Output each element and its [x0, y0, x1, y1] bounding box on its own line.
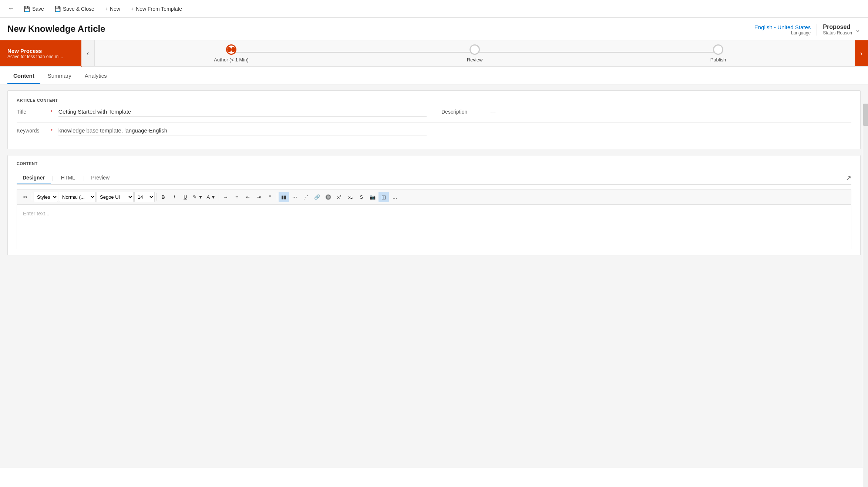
- more-button[interactable]: …: [390, 192, 400, 202]
- process-step-review[interactable]: Review: [353, 44, 596, 63]
- new-template-button[interactable]: + New From Template: [126, 4, 186, 14]
- step-label-review: Review: [467, 57, 483, 63]
- align-center-button[interactable]: ⋯: [290, 192, 300, 202]
- new-icon: +: [105, 6, 108, 12]
- tab-summary[interactable]: Summary: [42, 68, 77, 84]
- description-field-group: Description ---: [441, 108, 851, 116]
- editor-tab-sep1: |: [51, 175, 55, 181]
- step-label-publish: Publish: [710, 57, 726, 63]
- title-label: Title: [17, 109, 46, 115]
- bold-button[interactable]: B: [158, 192, 168, 202]
- title-required: *: [51, 110, 53, 115]
- scrollbar-thumb[interactable]: [863, 104, 868, 126]
- description-value[interactable]: ---: [490, 108, 496, 116]
- article-content-card: ARTICLE CONTENT Title * Getting Started …: [7, 90, 861, 149]
- toolbar-sep2: [156, 193, 157, 201]
- scrollbar-track[interactable]: [863, 104, 868, 468]
- indent-button[interactable]: ⇥: [254, 192, 264, 202]
- keywords-label: Keywords: [17, 128, 46, 134]
- status-section[interactable]: Proposed Status Reason ⌄: [817, 24, 861, 36]
- chevron-down-icon: ⌄: [855, 26, 861, 34]
- align-full-button[interactable]: ▮▮: [279, 192, 289, 202]
- keywords-value[interactable]: knowledge base template, language-Englis…: [58, 127, 427, 135]
- title-field-group: Title * Getting Started with Template: [17, 108, 427, 117]
- font-color-button[interactable]: A ▼: [205, 192, 217, 202]
- tab-analytics[interactable]: Analytics: [79, 68, 113, 84]
- save-button[interactable]: 💾 Save: [19, 4, 48, 14]
- underline-button[interactable]: U: [180, 192, 191, 202]
- toolbar-sep1: [32, 193, 32, 201]
- expand-button[interactable]: ↗: [846, 174, 851, 182]
- bullet-list-button[interactable]: ≡: [232, 192, 242, 202]
- language-label[interactable]: English - United States: [754, 24, 811, 30]
- keywords-row: Keywords * knowledge base template, lang…: [17, 127, 851, 141]
- save-icon: 💾: [24, 6, 30, 12]
- editor-tab-designer[interactable]: Designer: [17, 172, 51, 184]
- step-circle-author: [226, 44, 236, 55]
- status-text: Proposed: [823, 24, 852, 30]
- toolbar-sep4: [277, 193, 277, 201]
- language-sublabel: Language: [754, 30, 811, 36]
- blockquote-button[interactable]: “: [265, 192, 275, 202]
- process-name: New Process: [7, 48, 75, 54]
- keywords-field-group: Keywords * knowledge base template, lang…: [17, 127, 427, 135]
- content-section-title: CONTENT: [17, 161, 851, 166]
- back-button[interactable]: ←: [4, 2, 18, 16]
- step-circle-publish: [713, 44, 723, 55]
- format-brush-button[interactable]: ✂: [20, 192, 30, 202]
- process-step-author[interactable]: Author (< 1 Min): [110, 44, 353, 63]
- editor-toolbar: ✂ Styles Normal (... Segoe UI 14 B I U ✎…: [17, 189, 851, 205]
- process-steps: Author (< 1 Min) Review Publish: [95, 40, 855, 66]
- description-label: Description: [441, 109, 486, 115]
- format-select[interactable]: Normal (...: [59, 192, 96, 202]
- font-select[interactable]: Segoe UI: [97, 192, 134, 202]
- language-section[interactable]: English - United States Language: [754, 24, 817, 36]
- status-sublabel: Status Reason: [823, 30, 852, 36]
- link-button[interactable]: 🔗: [312, 192, 322, 202]
- process-next-button[interactable]: ›: [855, 40, 868, 66]
- page-title: New Knowledge Article: [7, 24, 105, 34]
- header-right: English - United States Language Propose…: [754, 24, 861, 36]
- content-tabs: Content Summary Analytics: [0, 68, 868, 84]
- page-header: New Knowledge Article English - United S…: [0, 18, 868, 40]
- main-content: ARTICLE CONTENT Title * Getting Started …: [0, 84, 868, 468]
- align-right-button[interactable]: ⋰: [301, 192, 311, 202]
- step-label-author: Author (< 1 Min): [214, 57, 249, 63]
- tab-content[interactable]: Content: [7, 68, 40, 84]
- unlink-button[interactable]: 🔘: [323, 192, 333, 202]
- align-left-button[interactable]: ↔: [221, 192, 231, 202]
- editor-tab-preview[interactable]: Preview: [85, 172, 115, 184]
- subscript-button[interactable]: x₂: [345, 192, 356, 202]
- text-editor[interactable]: Enter text...: [17, 205, 851, 249]
- title-row: Title * Getting Started with Template De…: [17, 108, 851, 123]
- editor-tab-sep2: |: [81, 175, 85, 181]
- new-button[interactable]: + New: [100, 4, 125, 14]
- editor-tabs: Designer | HTML | Preview ↗: [17, 172, 851, 185]
- highlight-button[interactable]: ✎ ▼: [191, 192, 204, 202]
- process-label[interactable]: New Process Active for less than one mi.…: [0, 40, 81, 66]
- insert-image-button[interactable]: 📷: [367, 192, 378, 202]
- content-editor-card: CONTENT Designer | HTML | Preview ↗ ✂ St…: [7, 155, 861, 255]
- italic-button[interactable]: I: [169, 192, 179, 202]
- process-bar: New Process Active for less than one mi.…: [0, 40, 868, 67]
- styles-select[interactable]: Styles: [34, 192, 58, 202]
- editor-placeholder: Enter text...: [23, 211, 50, 216]
- size-select[interactable]: 14: [134, 192, 155, 202]
- save-close-icon: 💾: [54, 6, 61, 12]
- process-step-publish[interactable]: Publish: [596, 44, 840, 63]
- process-sub: Active for less than one mi...: [7, 54, 75, 59]
- step-circle-review: [470, 44, 480, 55]
- superscript-button[interactable]: x²: [334, 192, 344, 202]
- process-prev-button[interactable]: ‹: [81, 40, 95, 66]
- save-close-button[interactable]: 💾 Save & Close: [50, 4, 99, 14]
- insert-table-button[interactable]: ◫: [379, 192, 389, 202]
- keywords-required: *: [51, 128, 53, 134]
- main-toolbar: ← 💾 Save 💾 Save & Close + New + New From…: [0, 0, 868, 18]
- strikethrough-button[interactable]: S: [356, 192, 367, 202]
- title-value[interactable]: Getting Started with Template: [58, 108, 427, 117]
- outdent-button[interactable]: ⇤: [243, 192, 253, 202]
- toolbar-sep3: [219, 193, 219, 201]
- editor-tab-html[interactable]: HTML: [55, 172, 81, 184]
- article-content-title: ARTICLE CONTENT: [17, 98, 851, 103]
- new-template-icon: +: [131, 6, 134, 12]
